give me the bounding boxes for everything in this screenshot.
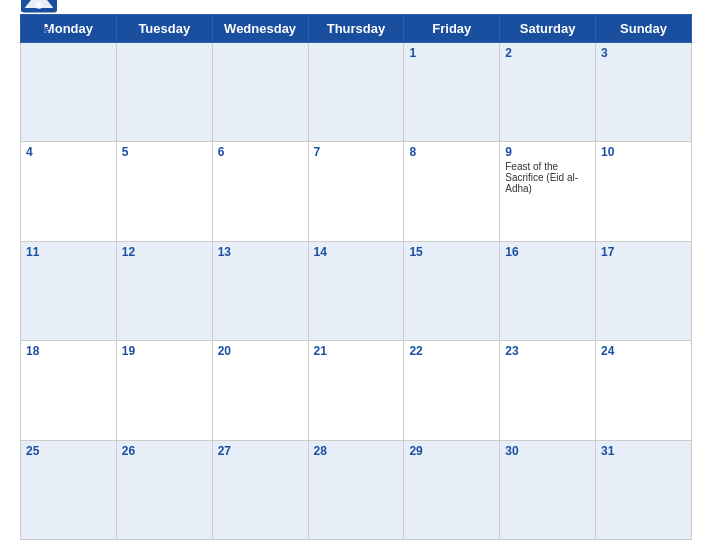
calendar-cell: 3 [596,43,692,142]
day-number: 10 [601,145,686,159]
day-number: 2 [505,46,590,60]
calendar-cell [212,43,308,142]
day-number: 24 [601,344,686,358]
calendar-cell: 25 [21,440,117,539]
week-row-2: 456789Feast of the Sacrifice (Eid al-Adh… [21,142,692,241]
day-number: 4 [26,145,111,159]
day-number: 31 [601,444,686,458]
svg-point-2 [35,2,42,9]
day-number: 18 [26,344,111,358]
header-friday: Friday [404,15,500,43]
calendar-cell: 15 [404,241,500,340]
calendar-cell: 13 [212,241,308,340]
calendar-cell: 10 [596,142,692,241]
header-tuesday: Tuesday [116,15,212,43]
day-number: 12 [122,245,207,259]
header-wednesday: Wednesday [212,15,308,43]
calendar-cell: 5 [116,142,212,241]
day-number: 27 [218,444,303,458]
calendar-cell: 4 [21,142,117,241]
calendar-table: MondayTuesdayWednesdayThursdayFridaySatu… [20,14,692,540]
day-number: 30 [505,444,590,458]
day-number: 11 [26,245,111,259]
day-number: 28 [314,444,399,458]
calendar-cell: 23 [500,341,596,440]
day-number: 23 [505,344,590,358]
calendar-cell: 14 [308,241,404,340]
day-number: 22 [409,344,494,358]
week-row-4: 18192021222324 [21,341,692,440]
calendar-cell: 6 [212,142,308,241]
calendar-cell [21,43,117,142]
day-number: 17 [601,245,686,259]
calendar-cell: 26 [116,440,212,539]
calendar-cell: 19 [116,341,212,440]
calendar-cell: 7 [308,142,404,241]
day-number: 7 [314,145,399,159]
header-sunday: Sunday [596,15,692,43]
calendar-cell: 2 [500,43,596,142]
calendar-cell [116,43,212,142]
day-number: 6 [218,145,303,159]
calendar-cell: 30 [500,440,596,539]
day-number: 14 [314,245,399,259]
header-saturday: Saturday [500,15,596,43]
week-row-3: 11121314151617 [21,241,692,340]
calendar-cell: 17 [596,241,692,340]
day-number: 8 [409,145,494,159]
day-number: 20 [218,344,303,358]
calendar-cell: 20 [212,341,308,440]
day-number: 25 [26,444,111,458]
calendar-cell: 24 [596,341,692,440]
calendar-cell: 12 [116,241,212,340]
day-number: 5 [122,145,207,159]
logo-icon [21,0,57,13]
calendar-cell: 21 [308,341,404,440]
day-number: 16 [505,245,590,259]
day-number: 15 [409,245,494,259]
calendar-cell: 11 [21,241,117,340]
generalblue-logo: General Blue [20,0,57,35]
day-number: 19 [122,344,207,358]
calendar-cell: 29 [404,440,500,539]
day-number: 1 [409,46,494,60]
day-number: 3 [601,46,686,60]
calendar-cell: 8 [404,142,500,241]
day-number: 26 [122,444,207,458]
calendar-cell: 1 [404,43,500,142]
day-number: 21 [314,344,399,358]
event-label: Feast of the Sacrifice (Eid al-Adha) [505,161,590,194]
day-number: 9 [505,145,590,159]
day-number: 13 [218,245,303,259]
header-row: MondayTuesdayWednesdayThursdayFridaySatu… [21,15,692,43]
header-thursday: Thursday [308,15,404,43]
calendar-cell: 28 [308,440,404,539]
calendar-cell: 31 [596,440,692,539]
calendar-cell: 18 [21,341,117,440]
day-number: 29 [409,444,494,458]
calendar-cell: 9Feast of the Sacrifice (Eid al-Adha) [500,142,596,241]
calendar-cell: 27 [212,440,308,539]
calendar-cell: 16 [500,241,596,340]
week-row-1: 123 [21,43,692,142]
week-row-5: 25262728293031 [21,440,692,539]
calendar-cell: 22 [404,341,500,440]
calendar-cell [308,43,404,142]
